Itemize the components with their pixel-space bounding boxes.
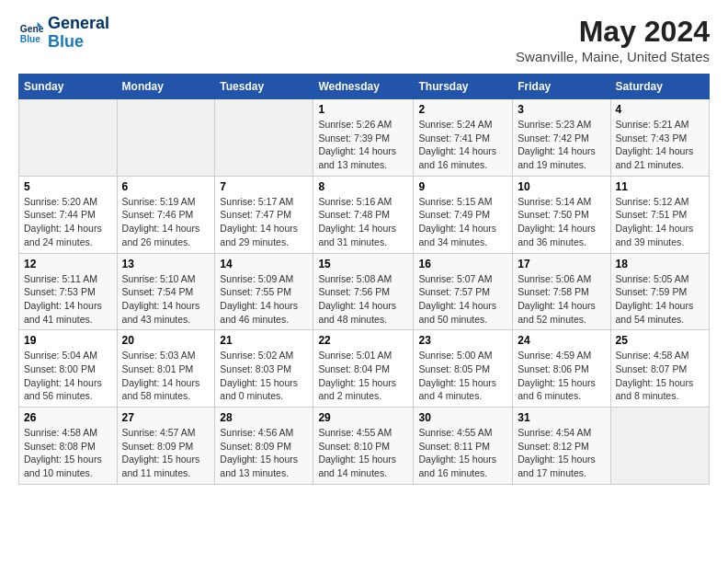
day-cell: 15Sunrise: 5:08 AM Sunset: 7:56 PM Dayli… [313,253,414,330]
day-info: Sunrise: 4:54 AM Sunset: 8:12 PM Dayligh… [518,426,605,480]
logo-icon: General Blue [18,20,44,46]
day-number: 4 [616,103,705,116]
day-info: Sunrise: 5:24 AM Sunset: 7:41 PM Dayligh… [418,118,507,172]
day-cell: 11Sunrise: 5:12 AM Sunset: 7:51 PM Dayli… [610,176,710,253]
day-number: 24 [518,334,605,347]
day-info: Sunrise: 5:01 AM Sunset: 8:04 PM Dayligh… [318,349,408,403]
day-info: Sunrise: 4:56 AM Sunset: 8:09 PM Dayligh… [220,426,308,480]
col-header-friday: Friday [513,75,610,99]
day-info: Sunrise: 5:09 AM Sunset: 7:55 PM Dayligh… [220,272,308,327]
page-header: General Blue General Blue May 2024 Swanv… [18,15,710,64]
day-cell: 6Sunrise: 5:19 AM Sunset: 7:46 PM Daylig… [117,176,215,253]
day-number: 17 [518,258,605,270]
day-cell: 14Sunrise: 5:09 AM Sunset: 7:55 PM Dayli… [215,253,313,330]
day-info: Sunrise: 5:20 AM Sunset: 7:44 PM Dayligh… [24,195,112,249]
day-cell: 13Sunrise: 5:10 AM Sunset: 7:54 PM Dayli… [117,253,215,330]
day-number: 2 [418,103,507,116]
day-number: 6 [122,180,210,193]
day-info: Sunrise: 5:06 AM Sunset: 7:58 PM Dayligh… [518,272,605,327]
col-header-saturday: Saturday [610,75,710,99]
day-cell [610,408,710,485]
title-block: May 2024 Swanville, Maine, United States [516,15,710,64]
day-cell: 9Sunrise: 5:15 AM Sunset: 7:49 PM Daylig… [414,176,513,253]
calendar-table: SundayMondayTuesdayWednesdayThursdayFrid… [18,74,710,485]
day-cell: 2Sunrise: 5:24 AM Sunset: 7:41 PM Daylig… [414,99,513,177]
day-cell: 10Sunrise: 5:14 AM Sunset: 7:50 PM Dayli… [513,176,610,253]
col-header-tuesday: Tuesday [215,75,313,99]
day-number: 29 [318,411,408,424]
day-info: Sunrise: 5:00 AM Sunset: 8:05 PM Dayligh… [418,349,507,403]
week-row-0: 1Sunrise: 5:26 AM Sunset: 7:39 PM Daylig… [19,99,710,177]
day-cell: 23Sunrise: 5:00 AM Sunset: 8:05 PM Dayli… [414,330,513,408]
day-cell: 18Sunrise: 5:05 AM Sunset: 7:59 PM Dayli… [610,253,710,330]
day-number: 3 [518,103,605,116]
day-info: Sunrise: 5:11 AM Sunset: 7:53 PM Dayligh… [24,272,112,327]
day-number: 20 [122,334,210,347]
day-cell [19,99,118,177]
day-info: Sunrise: 5:26 AM Sunset: 7:39 PM Dayligh… [318,118,408,172]
week-row-4: 26Sunrise: 4:58 AM Sunset: 8:08 PM Dayli… [19,408,710,485]
day-number: 12 [24,258,112,270]
day-cell: 25Sunrise: 4:58 AM Sunset: 8:07 PM Dayli… [610,330,710,408]
day-number: 19 [24,334,112,347]
day-info: Sunrise: 5:23 AM Sunset: 7:42 PM Dayligh… [518,118,605,172]
day-cell: 20Sunrise: 5:03 AM Sunset: 8:01 PM Dayli… [117,330,215,408]
day-cell: 3Sunrise: 5:23 AM Sunset: 7:42 PM Daylig… [513,99,610,177]
calendar-title: May 2024 [516,15,710,49]
day-number: 23 [418,334,507,347]
day-cell: 26Sunrise: 4:58 AM Sunset: 8:08 PM Dayli… [19,408,118,485]
header-row: SundayMondayTuesdayWednesdayThursdayFrid… [19,75,710,99]
col-header-sunday: Sunday [19,75,118,99]
calendar-header: SundayMondayTuesdayWednesdayThursdayFrid… [19,75,710,99]
day-number: 5 [24,180,112,193]
day-cell [117,99,215,177]
day-cell: 29Sunrise: 4:55 AM Sunset: 8:10 PM Dayli… [313,408,414,485]
col-header-wednesday: Wednesday [313,75,414,99]
day-cell: 21Sunrise: 5:02 AM Sunset: 8:03 PM Dayli… [215,330,313,408]
day-number: 9 [418,180,507,193]
day-info: Sunrise: 4:58 AM Sunset: 8:07 PM Dayligh… [616,349,705,403]
day-info: Sunrise: 4:58 AM Sunset: 8:08 PM Dayligh… [24,426,112,480]
day-info: Sunrise: 4:59 AM Sunset: 8:06 PM Dayligh… [518,349,605,403]
day-number: 16 [418,258,507,270]
svg-text:Blue: Blue [20,34,41,44]
day-number: 30 [418,411,507,424]
day-number: 11 [616,180,705,193]
calendar-subtitle: Swanville, Maine, United States [516,49,710,64]
day-info: Sunrise: 5:16 AM Sunset: 7:48 PM Dayligh… [318,195,408,249]
day-info: Sunrise: 5:12 AM Sunset: 7:51 PM Dayligh… [616,195,705,249]
day-info: Sunrise: 4:55 AM Sunset: 8:11 PM Dayligh… [418,426,507,480]
week-row-1: 5Sunrise: 5:20 AM Sunset: 7:44 PM Daylig… [19,176,710,253]
day-info: Sunrise: 5:19 AM Sunset: 7:46 PM Dayligh… [122,195,210,249]
day-cell: 27Sunrise: 4:57 AM Sunset: 8:09 PM Dayli… [117,408,215,485]
day-number: 31 [518,411,605,424]
week-row-2: 12Sunrise: 5:11 AM Sunset: 7:53 PM Dayli… [19,253,710,330]
day-info: Sunrise: 5:08 AM Sunset: 7:56 PM Dayligh… [318,272,408,327]
day-info: Sunrise: 5:10 AM Sunset: 7:54 PM Dayligh… [122,272,210,327]
day-cell: 24Sunrise: 4:59 AM Sunset: 8:06 PM Dayli… [513,330,610,408]
day-info: Sunrise: 5:14 AM Sunset: 7:50 PM Dayligh… [518,195,605,249]
day-number: 21 [220,334,308,347]
day-cell: 28Sunrise: 4:56 AM Sunset: 8:09 PM Dayli… [215,408,313,485]
day-info: Sunrise: 5:15 AM Sunset: 7:49 PM Dayligh… [418,195,507,249]
day-cell: 5Sunrise: 5:20 AM Sunset: 7:44 PM Daylig… [19,176,118,253]
day-info: Sunrise: 5:21 AM Sunset: 7:43 PM Dayligh… [616,118,705,172]
day-info: Sunrise: 5:05 AM Sunset: 7:59 PM Dayligh… [616,272,705,327]
calendar-body: 1Sunrise: 5:26 AM Sunset: 7:39 PM Daylig… [19,99,710,485]
day-number: 26 [24,411,112,424]
week-row-3: 19Sunrise: 5:04 AM Sunset: 8:00 PM Dayli… [19,330,710,408]
day-cell: 8Sunrise: 5:16 AM Sunset: 7:48 PM Daylig… [313,176,414,253]
day-cell: 31Sunrise: 4:54 AM Sunset: 8:12 PM Dayli… [513,408,610,485]
day-number: 25 [616,334,705,347]
day-number: 18 [616,258,705,270]
day-number: 8 [318,180,408,193]
col-header-monday: Monday [117,75,215,99]
day-cell: 17Sunrise: 5:06 AM Sunset: 7:58 PM Dayli… [513,253,610,330]
day-cell: 7Sunrise: 5:17 AM Sunset: 7:47 PM Daylig… [215,176,313,253]
day-info: Sunrise: 5:17 AM Sunset: 7:47 PM Dayligh… [220,195,308,249]
day-info: Sunrise: 5:02 AM Sunset: 8:03 PM Dayligh… [220,349,308,403]
day-number: 14 [220,258,308,270]
day-info: Sunrise: 4:57 AM Sunset: 8:09 PM Dayligh… [122,426,210,480]
day-number: 28 [220,411,308,424]
day-number: 13 [122,258,210,270]
